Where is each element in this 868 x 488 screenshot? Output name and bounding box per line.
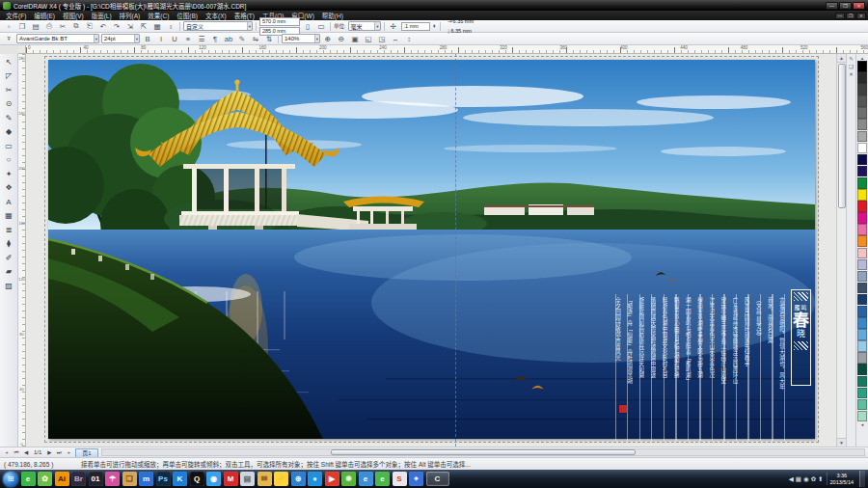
- driver-tool-icon[interactable]: ⌖: [409, 472, 423, 486]
- save-icon[interactable]: ▤: [30, 21, 41, 32]
- zoom-out-icon[interactable]: ⊖: [336, 34, 347, 44]
- palette-swatch-15[interactable]: [857, 235, 867, 247]
- duplicate-y-field[interactable]: ⤓ 6.35 mm: [446, 27, 482, 36]
- eyedropper-tool[interactable]: ⧫: [2, 237, 16, 252]
- drop-cap-icon[interactable]: ¶: [209, 34, 221, 44]
- doc-minimize-button[interactable]: —: [835, 13, 845, 19]
- palette-swatch-10[interactable]: [857, 177, 867, 189]
- scroll-up-icon[interactable]: ▲: [837, 54, 846, 63]
- zoom-all-icon[interactable]: ◱: [363, 34, 374, 44]
- blue-app-icon[interactable]: m: [139, 472, 153, 486]
- illustrator-icon[interactable]: Ai: [55, 472, 69, 486]
- palette-swatch-25[interactable]: [857, 352, 867, 364]
- alignment-icon[interactable]: ≡: [182, 34, 194, 44]
- export-icon[interactable]: ⇱: [138, 21, 149, 32]
- palette-swatch-13[interactable]: [857, 212, 867, 224]
- first-page-button[interactable]: ⏮: [12, 449, 21, 456]
- player-icon[interactable]: ▶: [325, 472, 339, 486]
- duplicate-x-field[interactable]: ⇥ 6.35 mm: [446, 17, 482, 26]
- search-9x-icon[interactable]: S: [393, 472, 407, 486]
- edit-text-icon[interactable]: ✎: [236, 34, 248, 44]
- zoom-in-icon[interactable]: ⊕: [322, 34, 334, 44]
- open-icon[interactable]: ❒: [16, 21, 28, 32]
- palette-swatch-22[interactable]: [857, 317, 867, 329]
- palette-swatch-28[interactable]: [857, 388, 867, 399]
- umbrella-app-icon[interactable]: ☂: [105, 472, 120, 486]
- doc-close-button[interactable]: ✕: [856, 13, 866, 19]
- palette-swatch-26[interactable]: [857, 364, 867, 375]
- italic-icon[interactable]: I: [155, 34, 167, 44]
- corel-online-icon[interactable]: ♁: [165, 21, 176, 32]
- menu-item-2[interactable]: 视图(V): [59, 11, 88, 20]
- kugou-icon[interactable]: K: [173, 472, 187, 486]
- close-button[interactable]: ✕: [853, 2, 865, 10]
- rectangle-tool[interactable]: ▭: [2, 139, 16, 153]
- tray-safety-icon[interactable]: ◉: [803, 475, 809, 483]
- garden-app-icon[interactable]: ✿: [38, 472, 52, 486]
- outline-pen-tool[interactable]: ✐: [2, 251, 16, 265]
- palette-swatch-4[interactable]: [857, 107, 867, 119]
- drawing-canvas[interactable]: 全夕回园诗敬邻市置风光「衄逐」舟「仙艇」舟杜鹃观景胡游艇宽阔如画舫唐舟沉浮天如湖…: [26, 54, 836, 447]
- palette-swatch-6[interactable]: [857, 131, 867, 143]
- horizontal-scrollbar[interactable]: [101, 448, 865, 456]
- import-icon[interactable]: ⇲: [124, 21, 136, 32]
- new-icon[interactable]: ▫: [3, 21, 14, 32]
- palette-swatch-20[interactable]: [857, 294, 867, 306]
- previous-page-button[interactable]: ◀: [21, 449, 31, 455]
- fill-tool[interactable]: ▰: [2, 265, 16, 280]
- polygon-tool[interactable]: ✦: [2, 167, 16, 181]
- palette-swatch-14[interactable]: [857, 224, 867, 235]
- menu-item-8[interactable]: 表格(T): [231, 11, 258, 20]
- tray-network-icon[interactable]: ▦: [796, 475, 801, 483]
- palette-swatch-9[interactable]: [857, 166, 867, 177]
- character-format-icon[interactable]: ab: [223, 34, 234, 44]
- page-tab-1[interactable]: 页1: [75, 448, 97, 457]
- crop-tool[interactable]: ✂: [2, 83, 16, 97]
- nudge-field[interactable]: .1 mm: [401, 22, 430, 31]
- mail-m-icon[interactable]: M: [224, 472, 238, 486]
- taskbar-clock[interactable]: 3:36 2013/5/14: [827, 473, 856, 485]
- menu-item-7[interactable]: 文本(X): [202, 11, 231, 20]
- coreldraw-task-icon[interactable]: C: [426, 472, 449, 486]
- nudge-spinner[interactable]: ▲▼: [432, 24, 437, 29]
- add-page-button[interactable]: +: [2, 449, 12, 455]
- doc-restore-button[interactable]: ❐: [846, 13, 855, 19]
- underline-icon[interactable]: U: [169, 34, 180, 44]
- zoom-tool[interactable]: ⊙: [2, 97, 16, 112]
- palette-swatch-12[interactable]: [857, 201, 867, 212]
- next-page-button[interactable]: ▶: [44, 449, 54, 455]
- menu-item-11[interactable]: 帮助(H): [318, 11, 347, 20]
- globe-app-icon[interactable]: ⊕: [291, 472, 306, 486]
- blend-tool[interactable]: ≣: [2, 223, 16, 237]
- show-desktop-button[interactable]: [859, 471, 865, 487]
- tray-input-icon[interactable]: ✿: [811, 475, 816, 483]
- palette-swatch-5[interactable]: [857, 119, 867, 130]
- vertical-ruler[interactable]: 28024020016012080400: [18, 54, 26, 447]
- center-guide-line[interactable]: [455, 54, 456, 447]
- menu-item-3[interactable]: 版面(L): [88, 11, 116, 20]
- last-page-button[interactable]: ⏭: [54, 449, 64, 456]
- palette-swatch-2[interactable]: [857, 84, 867, 95]
- palette-flyout-icon[interactable]: ◂: [861, 421, 864, 427]
- vertical-scrollbar[interactable]: ▲ ▼: [836, 54, 846, 447]
- print-icon[interactable]: ⎙: [43, 21, 55, 32]
- qq-icon[interactable]: Q: [190, 472, 204, 486]
- zoom-level-combo[interactable]: 140% ▾: [282, 34, 320, 43]
- browser-360se-icon[interactable]: e: [375, 472, 390, 486]
- zoom-height-icon[interactable]: ↕: [403, 34, 415, 44]
- pick-tool[interactable]: ↖: [2, 55, 16, 69]
- browser-360-icon[interactable]: e: [21, 472, 36, 486]
- menu-item-6[interactable]: 位图(B): [173, 11, 202, 20]
- menu-item-1[interactable]: 编辑(E): [30, 11, 59, 20]
- table-tool[interactable]: ▦: [2, 209, 16, 224]
- vertical-scroll-thumb[interactable]: [838, 64, 846, 208]
- undo-icon[interactable]: ↶: [97, 21, 109, 32]
- vertical-text-icon[interactable]: ⇅: [263, 34, 275, 44]
- palette-swatch-3[interactable]: [857, 95, 867, 107]
- shared-folder-icon[interactable]: ❏: [122, 472, 137, 486]
- palette-swatch-24[interactable]: [857, 340, 867, 352]
- redo-icon[interactable]: ↷: [111, 21, 122, 32]
- restore-button[interactable]: ❐: [839, 2, 852, 10]
- menu-item-4[interactable]: 排列(A): [116, 11, 145, 20]
- palette-swatch-11[interactable]: [857, 189, 867, 201]
